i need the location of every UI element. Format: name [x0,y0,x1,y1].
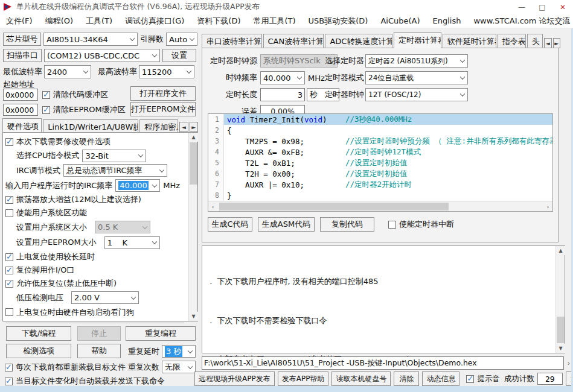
log-scrollbar[interactable]: ▲ ▼ [555,246,565,353]
clear-button[interactable]: 清除 [394,371,419,386]
timer-mode-label: 定时器模式 [325,72,362,83]
scroll-right-icon[interactable]: › [543,202,552,211]
clock-freq-select[interactable]: 40.000 [260,71,305,84]
chevron-down-icon [460,92,465,96]
options-scrollbar[interactable]: ▲ ▼ [188,133,197,321]
settings-button[interactable]: 设置 [162,49,196,62]
eeprom-size-select[interactable]: 1 K [104,236,160,249]
code-line: 5 T2L = 0xB1;//设置定时初始值 [208,157,552,168]
timer-mode-select[interactable]: 24位自动重载 [365,71,468,84]
menu-file[interactable]: 文件(F) [6,16,33,27]
scroll-up-icon[interactable]: ▲ [556,246,565,255]
generate-asm-code-button[interactable]: 生成ASM代码 [258,217,315,232]
min-baud-select[interactable]: 2400 [44,65,91,78]
tab-timer-calc[interactable]: 定时器计算器 [394,32,441,48]
option-user-sysarea-label: 使能用户系统区功能 [16,207,87,218]
option-wdt-checkbox[interactable]: 上电复位时由硬件自动启动看门狗 [5,305,184,319]
option-wdt-label: 上电复位时由硬件自动启动看门狗 [16,307,134,318]
scroll-up-icon[interactable]: ▲ [189,133,198,142]
code-line: 7 AUXR |= 0x10;//定时器2开始计时 [208,179,552,190]
tab-uart-baud-calc[interactable]: 串口波特率计算器 [202,34,262,48]
tab-scroll-right-icon[interactable]: ► [553,38,560,48]
menu-usb-driver[interactable]: USB驱动安装(D) [309,16,368,27]
tab-scroll-left-icon[interactable]: ◄ [179,122,188,132]
code-address-input[interactable] [3,89,38,101]
hex-file-path-field[interactable]: F:\work\51-Xi_Lie\AI8051U\51_Project -US… [202,356,564,370]
beep-checkbox[interactable]: 提示音 [466,374,500,384]
repeat-delay-value: 3 秒 [165,346,182,357]
option-osc-gain-checkbox[interactable]: 振荡器放大增益(12M以上建议选择) [5,193,184,206]
menu-program[interactable]: 编程(O) [45,16,73,27]
reload-before-download-checkbox[interactable]: 每次下载前都重新装载目标文件 [5,362,126,373]
download-program-button[interactable]: 下载/编程 [6,326,71,341]
option-modify-hw-checkbox[interactable]: 本次下载需要修改硬件选项 [5,135,184,148]
remote-upgrade-publish-button[interactable]: 远程现场升级APP发布 [194,371,275,386]
option-user-sysarea-checkbox[interactable]: 使能用户系统区功能 [5,206,184,220]
irc-freq-select[interactable]: 40.000 [115,179,160,192]
maximize-icon[interactable]: □ [532,0,552,14]
dynamic-info-button[interactable]: 动态信息 [422,371,459,386]
timer-length-input[interactable] [260,88,305,101]
read-disk-id-button[interactable]: 读取本机硬盘号 [331,371,391,386]
eeprom-size-label: 设置用户EEPROM大小 [16,237,97,248]
clear-code-checkbox[interactable]: 清除代码缓冲区 [42,89,108,100]
timer-select[interactable]: 定时器2 (Ai8051U系列) [365,54,468,68]
open-program-file-button[interactable]: 打开程序文件 [130,86,196,101]
pin-count-select[interactable]: Auto [166,33,197,46]
repeat-program-button[interactable]: 重复编程 [126,326,196,341]
option-lvr-checkbox[interactable]: 允许低压复位(禁止低压中断) [5,277,184,290]
tab-sw-delay-calc[interactable]: 软件延时计算器 [443,34,496,48]
menu-english[interactable]: English [433,16,461,25]
scroll-down-icon[interactable]: ▼ [556,344,565,353]
tab-adc-speed-calc[interactable]: ADC转换速度计算器 [325,34,392,48]
open-eeprom-file-button[interactable]: 打开EEPROM文件 [130,102,196,116]
tab-can-baud-calc[interactable]: CAN波特率计算器 [263,34,324,48]
generated-code-editor[interactable]: 1 void Timer2_Init(void)//3秒@40.000MHz 2… [208,113,553,212]
scroll-down-icon[interactable]: ▼ [189,312,198,321]
serial-port-select[interactable]: (COM12) USB-CDC,CDC [44,49,160,62]
minimize-icon[interactable]: — [511,0,532,14]
chip-model-select[interactable]: AI8051U-34K64 [43,33,138,46]
line-number: 1 [208,114,224,125]
sys-size-value: 0.5 K [98,223,118,232]
publish-app-help-button[interactable]: 发布APP帮助 [278,371,329,386]
cpu-mode-select[interactable]: 32-Bit [82,150,146,162]
tab-scroll-right-icon[interactable]: ► [190,122,198,132]
autoload-on-change-label: 当目标文件变化时自动装载并发送下载命令 [16,376,165,387]
tab-offline-download[interactable]: Link1D/Writer1A/U8W脱机 [43,119,138,132]
scan-port-button[interactable]: 扫描串口 [3,49,42,62]
autoload-on-change-checkbox[interactable]: 当目标文件变化时自动装载并发送下载命令 [5,376,165,387]
tab-hardware-options[interactable]: 硬件选项 [2,118,42,132]
check-options-button[interactable]: 检测选项 [6,344,71,358]
success-count-input[interactable] [537,373,563,385]
help-button[interactable]: 帮助 [77,344,121,358]
menu-tools[interactable]: 工具(T) [86,16,112,27]
tab-program-encrypt[interactable]: 程序加密后 [139,119,178,132]
timer-clock-select[interactable]: 12T (FOSC/12) [365,88,468,101]
repeat-delay-select[interactable]: 3 秒 [162,345,196,358]
menu-debug-port[interactable]: 调试仿真接口(G) [125,16,184,27]
eeprom-address-input[interactable] [3,104,38,116]
option-long-por-delay-checkbox[interactable]: 上电复位使用较长延时 [5,250,184,264]
code-hscrollbar[interactable]: ‹ › [208,201,552,211]
tab-scroll-left-icon[interactable]: ◄ [544,38,551,48]
repeat-times-select[interactable]: 无限 [162,361,196,373]
lvd-voltage-select[interactable]: 2.00 V [71,291,139,304]
tab-instruction-table[interactable]: 指令表 [498,34,526,48]
message-log[interactable]: . 下次下载用户程序时, 没有相关的端口控制485 . 下次下载时不需要检验下载… [202,245,565,353]
scroll-left-icon[interactable]: ‹ [208,202,217,211]
menu-aicube[interactable]: AiCube(A) [380,16,420,25]
irc-mode-select[interactable]: 总是动态调节IRC频率 [63,164,167,177]
menu-common-tools[interactable]: 常用工具(T) [253,16,295,27]
menu-website[interactable]: www.STCAI.com 论坛交流 [473,16,570,27]
max-baud-select[interactable]: 115200 [139,65,194,78]
clear-eeprom-checkbox[interactable]: 清除EEPROM缓冲区 [42,104,126,115]
generate-c-code-button[interactable]: 生成C代码 [208,217,252,232]
option-reset-as-io-checkbox[interactable]: 复位脚用作I/O口 [5,264,184,277]
tab-header-file[interactable]: 头 [527,34,543,48]
menu-downloads[interactable]: 资料下载(D) [197,16,240,27]
copy-code-button[interactable]: 复制代码 [320,217,374,232]
enable-timer-interrupt-checkbox[interactable]: 使能定时器中断 [388,219,454,230]
close-icon[interactable]: ✕ [552,0,573,14]
line-number: 2 [208,125,224,136]
